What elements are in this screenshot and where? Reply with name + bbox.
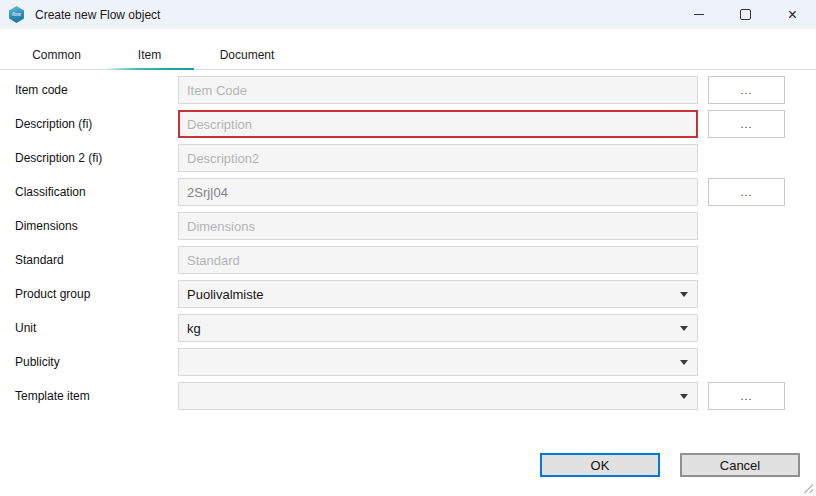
- tab-document[interactable]: Document: [196, 48, 298, 69]
- text-field-classification[interactable]: [178, 178, 698, 206]
- field-label-unit: Unit: [0, 321, 178, 335]
- dropdown-value: Puolivalmiste: [187, 287, 264, 302]
- form-row-dimensions: Dimensions: [0, 212, 816, 240]
- field-label-template-item: Template item: [0, 389, 178, 403]
- chevron-down-icon: [680, 360, 688, 365]
- cancel-button[interactable]: Cancel: [680, 453, 800, 477]
- close-icon: ×: [788, 7, 797, 23]
- field-label-standard: Standard: [0, 253, 178, 267]
- form-row-standard: Standard: [0, 246, 816, 274]
- chevron-down-icon: [680, 326, 688, 331]
- browse-button-template-item[interactable]: ...: [708, 382, 785, 410]
- field-label-product-group: Product group: [0, 287, 178, 301]
- text-field-description-fi[interactable]: [178, 110, 698, 138]
- field-label-dimensions: Dimensions: [0, 219, 178, 233]
- form-row-description-2-fi: Description 2 (fi): [0, 144, 816, 172]
- text-field-dimensions[interactable]: [178, 212, 698, 240]
- form-row-template-item: Template item...: [0, 382, 816, 410]
- titlebar: flow Create new Flow object ×: [0, 0, 816, 29]
- field-label-classification: Classification: [0, 185, 178, 199]
- flow-hexagon-icon: flow: [8, 6, 25, 23]
- maximize-icon: [740, 9, 751, 20]
- resize-grip-icon[interactable]: [803, 483, 813, 493]
- form: Item code...Description (fi)...Descripti…: [0, 70, 816, 410]
- tab-common[interactable]: Common: [10, 48, 103, 69]
- window-controls: ×: [675, 0, 816, 29]
- close-button[interactable]: ×: [769, 0, 816, 29]
- maximize-button[interactable]: [722, 0, 769, 29]
- text-field-item-code[interactable]: [178, 76, 698, 104]
- ok-button[interactable]: OK: [540, 453, 660, 477]
- form-row-product-group: Product groupPuolivalmiste: [0, 280, 816, 308]
- field-label-item-code: Item code: [0, 83, 178, 97]
- form-row-publicity: Publicity: [0, 348, 816, 376]
- tabstrip: Common Item Document: [0, 29, 816, 70]
- dialog-window: flow Create new Flow object × Common Ite…: [0, 0, 816, 496]
- form-row-item-code: Item code...: [0, 76, 816, 104]
- field-label-publicity: Publicity: [0, 355, 178, 369]
- text-field-description-2-fi[interactable]: [178, 144, 698, 172]
- chevron-down-icon: [680, 394, 688, 399]
- field-label-description-fi: Description (fi): [0, 117, 178, 131]
- minimize-button[interactable]: [675, 0, 722, 29]
- dropdown-template-item[interactable]: [178, 382, 698, 410]
- dropdown-unit[interactable]: kg: [178, 314, 698, 342]
- flow-app-icon: flow: [8, 6, 25, 23]
- form-row-description-fi: Description (fi)...: [0, 110, 816, 138]
- dropdown-publicity[interactable]: [178, 348, 698, 376]
- form-row-unit: Unitkg: [0, 314, 816, 342]
- form-row-classification: Classification...: [0, 178, 816, 206]
- window-title: Create new Flow object: [35, 8, 160, 22]
- minimize-icon: [694, 14, 704, 15]
- dropdown-product-group[interactable]: Puolivalmiste: [178, 280, 698, 308]
- browse-button-classification[interactable]: ...: [708, 178, 785, 206]
- chevron-down-icon: [680, 292, 688, 297]
- browse-button-description-fi[interactable]: ...: [708, 110, 785, 138]
- text-field-standard[interactable]: [178, 246, 698, 274]
- browse-button-item-code[interactable]: ...: [708, 76, 785, 104]
- field-label-description-2-fi: Description 2 (fi): [0, 151, 178, 165]
- tab-item[interactable]: Item: [103, 48, 196, 69]
- dropdown-value: kg: [187, 321, 201, 336]
